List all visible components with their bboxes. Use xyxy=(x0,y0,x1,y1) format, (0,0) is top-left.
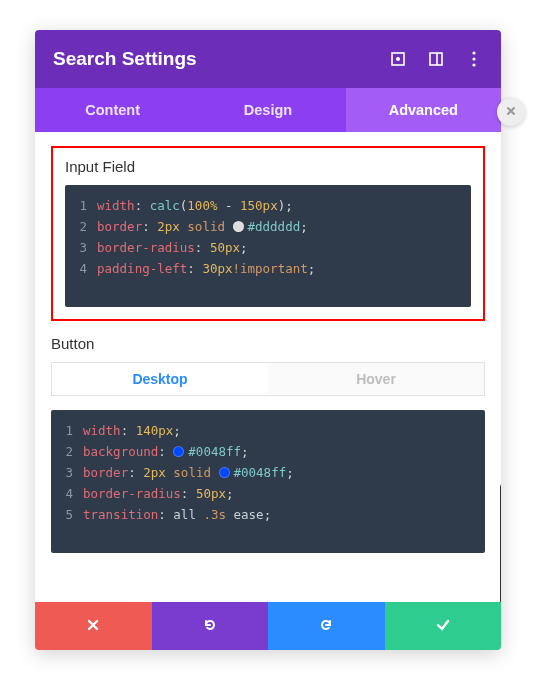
token-punc xyxy=(226,507,234,522)
code-text: transition: all .3s ease; xyxy=(83,504,485,525)
tab-design[interactable]: Design xyxy=(190,88,345,132)
code-line: 2background: #0048ff; xyxy=(51,441,485,462)
token-punc: ; xyxy=(308,261,316,276)
layout-icon[interactable] xyxy=(427,50,445,68)
token-prop: background xyxy=(83,444,158,459)
color-swatch xyxy=(219,467,230,478)
undo-button[interactable] xyxy=(152,602,269,650)
code-line: 1width: calc(100% - 150px); xyxy=(65,195,471,216)
scrollbar-thumb[interactable] xyxy=(500,484,501,602)
token-punc: : xyxy=(128,465,143,480)
tab-content[interactable]: Content xyxy=(35,88,190,132)
subtab-desktop[interactable]: Desktop xyxy=(52,363,268,395)
header-actions xyxy=(389,50,483,68)
token-punc: : xyxy=(135,198,150,213)
panel-footer xyxy=(35,602,501,650)
code-line: 1width: 140px; xyxy=(51,420,485,441)
token-punc: : xyxy=(181,486,196,501)
input-field-section: Input Field 1width: calc(100% - 150px);2… xyxy=(51,146,485,321)
token-punc: : xyxy=(187,261,202,276)
code-line: 4padding-left: 30px!important; xyxy=(65,258,471,279)
token-imp: !important xyxy=(232,261,307,276)
token-punc: ; xyxy=(285,198,293,213)
line-number: 4 xyxy=(51,483,83,504)
svg-point-5 xyxy=(472,57,475,60)
button-section: Button Desktop Hover 1width: 140px;2back… xyxy=(51,335,485,553)
settings-panel: Search Settings Content Design Advanced … xyxy=(35,30,501,650)
token-num: 150px xyxy=(240,198,278,213)
line-number: 1 xyxy=(65,195,97,216)
token-id: all xyxy=(173,507,196,522)
token-punc xyxy=(225,219,233,234)
token-hex: #dddddd xyxy=(248,219,301,234)
token-punc: : xyxy=(121,423,136,438)
token-punc: ; xyxy=(240,240,248,255)
line-number: 2 xyxy=(51,441,83,462)
help-bubble[interactable] xyxy=(497,98,525,126)
button-code-editor[interactable]: 1width: 140px;2background: #0048ff;3bord… xyxy=(51,410,485,553)
token-punc: : xyxy=(195,240,210,255)
button-subtabs: Desktop Hover xyxy=(51,362,485,396)
color-swatch xyxy=(233,221,244,232)
svg-point-6 xyxy=(472,63,475,66)
token-hex: #0048ff xyxy=(188,444,241,459)
panel-content: Input Field 1width: calc(100% - 150px);2… xyxy=(35,132,501,602)
token-num: 2px xyxy=(143,465,166,480)
token-punc: : xyxy=(158,507,173,522)
token-prop: padding-left xyxy=(97,261,187,276)
token-time: .3s xyxy=(203,507,226,522)
token-prop: width xyxy=(83,423,121,438)
code-line: 3border-radius: 50px; xyxy=(65,237,471,258)
token-func: calc xyxy=(150,198,180,213)
code-text: padding-left: 30px!important; xyxy=(97,258,471,279)
code-text: border-radius: 50px; xyxy=(97,237,471,258)
line-number: 5 xyxy=(51,504,83,525)
code-line: 5transition: all .3s ease; xyxy=(51,504,485,525)
fullscreen-icon[interactable] xyxy=(389,50,407,68)
token-num: 2px xyxy=(157,219,180,234)
save-button[interactable] xyxy=(385,602,502,650)
code-text: background: #0048ff; xyxy=(83,441,485,462)
code-text: border: 2px solid #0048ff; xyxy=(83,462,485,483)
close-icon xyxy=(86,618,100,635)
panel-title: Search Settings xyxy=(53,48,389,70)
token-num: 30px xyxy=(202,261,232,276)
code-text: width: 140px; xyxy=(83,420,485,441)
svg-point-4 xyxy=(472,51,475,54)
token-punc: ; xyxy=(173,423,181,438)
line-number: 2 xyxy=(65,216,97,237)
svg-point-1 xyxy=(396,57,400,61)
cancel-button[interactable] xyxy=(35,602,152,650)
code-text: width: calc(100% - 150px); xyxy=(97,195,471,216)
token-prop: border-radius xyxy=(83,486,181,501)
token-num: 50px xyxy=(196,486,226,501)
token-num: 50px xyxy=(210,240,240,255)
code-line: 2border: 2px solid #dddddd; xyxy=(65,216,471,237)
subtab-hover[interactable]: Hover xyxy=(268,363,484,395)
token-hex: #0048ff xyxy=(234,465,287,480)
more-icon[interactable] xyxy=(465,50,483,68)
token-prop: width xyxy=(97,198,135,213)
code-text: border: 2px solid #dddddd; xyxy=(97,216,471,237)
panel-header: Search Settings xyxy=(35,30,501,88)
redo-button[interactable] xyxy=(268,602,385,650)
token-punc: : xyxy=(142,219,157,234)
tab-advanced[interactable]: Advanced xyxy=(346,88,501,132)
line-number: 3 xyxy=(65,237,97,258)
token-punc: ; xyxy=(286,465,294,480)
token-prop: border xyxy=(83,465,128,480)
line-number: 1 xyxy=(51,420,83,441)
token-punc: ; xyxy=(241,444,249,459)
token-kw: solid xyxy=(187,219,225,234)
input-field-code-editor[interactable]: 1width: calc(100% - 150px);2border: 2px … xyxy=(65,185,471,307)
code-text: border-radius: 50px; xyxy=(83,483,485,504)
redo-icon xyxy=(318,617,334,636)
token-punc: ; xyxy=(264,507,272,522)
token-punc: ; xyxy=(226,486,234,501)
undo-icon xyxy=(202,617,218,636)
token-prop: border-radius xyxy=(97,240,195,255)
input-field-title: Input Field xyxy=(65,158,471,175)
close-small-icon xyxy=(505,103,517,121)
token-punc: ; xyxy=(300,219,308,234)
token-kw: solid xyxy=(173,465,211,480)
